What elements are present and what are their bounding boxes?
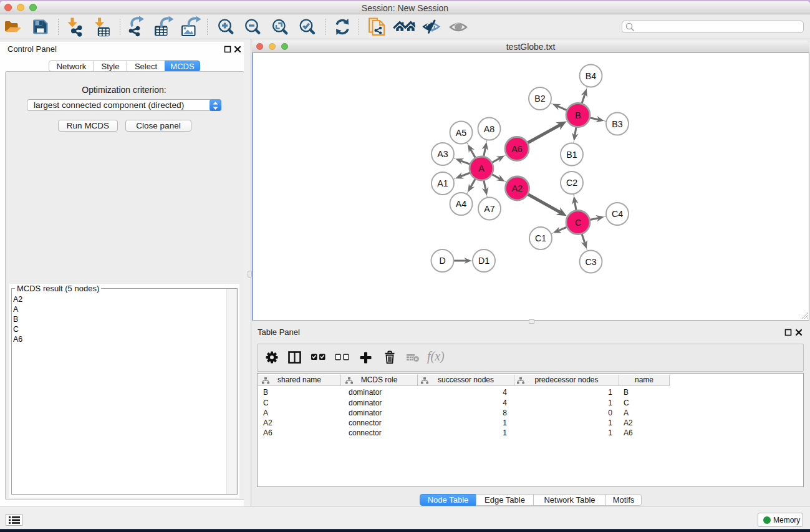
svg-text:B2: B2: [534, 94, 545, 104]
svg-text:A5: A5: [456, 128, 466, 138]
svg-text:D: D: [439, 256, 445, 266]
svg-text:A1: A1: [437, 178, 448, 188]
svg-text:A4: A4: [456, 199, 466, 209]
svg-text:B3: B3: [612, 119, 622, 129]
svg-text:B4: B4: [586, 71, 596, 81]
svg-text:B1: B1: [566, 150, 577, 160]
svg-text:C1: C1: [535, 233, 546, 243]
svg-text:A2: A2: [512, 183, 523, 193]
svg-text:C4: C4: [612, 209, 623, 219]
svg-text:D1: D1: [478, 256, 489, 266]
svg-text:C2: C2: [566, 178, 577, 188]
svg-text:C3: C3: [585, 257, 596, 267]
svg-text:A: A: [478, 163, 485, 173]
svg-text:A8: A8: [484, 124, 494, 134]
svg-text:A6: A6: [511, 144, 522, 154]
svg-text:A7: A7: [484, 204, 494, 214]
svg-text:A3: A3: [437, 149, 448, 159]
svg-text:B: B: [575, 110, 581, 120]
svg-text:C: C: [575, 218, 581, 228]
